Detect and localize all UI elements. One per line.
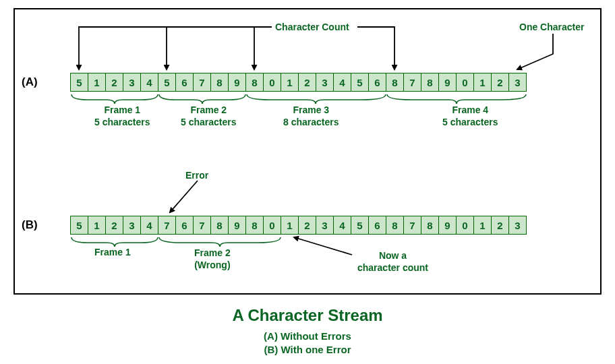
stream-b-cell: 2	[105, 216, 123, 235]
stream-b-cell: 3	[508, 216, 527, 235]
stream-b-cell: 7	[403, 216, 421, 235]
stream-b-cell: 1	[473, 216, 492, 235]
stream-a-cell: 1	[88, 73, 106, 92]
label-now-count: Now a character count	[357, 249, 428, 274]
label-frame-b2: Frame 2 (Wrong)	[194, 247, 231, 271]
stream-b-cell: 0	[263, 216, 281, 235]
stream-b-cell: 3	[316, 216, 334, 235]
stream-a-cell: 2	[491, 73, 509, 92]
label-error: Error	[185, 170, 208, 181]
stream-b: 51234767898012345687890123	[70, 216, 527, 235]
stream-b-cell: 8	[421, 216, 439, 235]
row-label-a: (A)	[22, 75, 38, 89]
stream-b-cell: 6	[175, 216, 194, 235]
stream-a-cell: 6	[175, 73, 194, 92]
label-frame-b1: Frame 1	[94, 247, 131, 257]
stream-a-cell: 5	[70, 73, 88, 92]
stream-a-cell: 8	[210, 73, 229, 92]
stream-a-cell: 6	[368, 73, 386, 92]
title-main: A Character Stream	[0, 306, 615, 325]
stream-b-cell: 5	[351, 216, 369, 235]
stream-a-cell: 7	[193, 73, 211, 92]
stream-a-cell: 1	[281, 73, 299, 92]
stream-b-cell: 8	[245, 216, 264, 235]
stream-b-cell: 5	[70, 216, 88, 235]
stream-b-cell: 7	[158, 216, 176, 235]
stream-a-cell: 3	[316, 73, 334, 92]
stream-a-cell: 5	[158, 73, 176, 92]
stream-b-cell: 9	[228, 216, 246, 235]
stream-a-cell: 8	[386, 73, 404, 92]
stream-a-cell: 0	[456, 73, 474, 92]
stream-b-cell: 0	[456, 216, 474, 235]
row-label-b: (B)	[22, 218, 38, 232]
stream-a-cell: 3	[123, 73, 141, 92]
stream-b-cell: 2	[491, 216, 509, 235]
stream-a-cell: 2	[298, 73, 316, 92]
stream-a-cell: 8	[245, 73, 264, 92]
stream-b-cell: 4	[333, 216, 351, 235]
stream-b-cell: 4	[140, 216, 158, 235]
stream-b-cell: 8	[210, 216, 229, 235]
stream-b-cell: 2	[298, 216, 316, 235]
stream-b-cell: 1	[281, 216, 299, 235]
stream-a-cell: 4	[140, 73, 158, 92]
stream-a: 51234567898012345687890123	[70, 73, 527, 92]
stream-a-cell: 9	[438, 73, 457, 92]
stream-b-cell: 3	[123, 216, 141, 235]
stream-b-cell: 6	[368, 216, 386, 235]
label-frame-a4: Frame 4 5 characters	[442, 104, 498, 128]
label-one-char: One Character	[519, 22, 584, 32]
stream-a-cell: 0	[263, 73, 281, 92]
label-frame-a2: Frame 2 5 characters	[181, 104, 237, 128]
stream-a-cell: 2	[105, 73, 123, 92]
stream-a-cell: 5	[351, 73, 369, 92]
label-frame-a3: Frame 3 8 characters	[283, 104, 339, 128]
stream-a-cell: 4	[333, 73, 351, 92]
stream-b-cell: 1	[88, 216, 106, 235]
label-char-count: Character Count	[275, 22, 349, 32]
stream-b-cell: 9	[438, 216, 457, 235]
stream-a-cell: 9	[228, 73, 246, 92]
stream-a-cell: 3	[508, 73, 527, 92]
title-sub-a: (A) Without Errors	[0, 330, 615, 342]
label-frame-a1: Frame 1 5 characters	[94, 104, 150, 128]
stream-b-cell: 7	[193, 216, 211, 235]
stream-a-cell: 7	[403, 73, 421, 92]
stream-b-cell: 8	[386, 216, 404, 235]
stream-a-cell: 8	[421, 73, 439, 92]
stream-a-cell: 1	[473, 73, 492, 92]
title-sub-b: (B) With one Error	[0, 344, 615, 355]
